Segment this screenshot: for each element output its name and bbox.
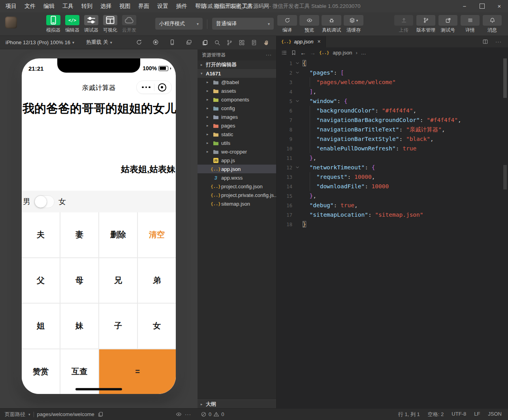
menu-item-编辑[interactable]: 编辑 <box>40 3 58 10</box>
keypad-button-子[interactable]: 子 <box>99 304 137 349</box>
close-icon[interactable]: × <box>491 0 508 12</box>
tree-item-app.wxss[interactable]: 3app.wxss <box>198 173 276 182</box>
copy-icon[interactable] <box>98 411 103 417</box>
keypad-button-姐[interactable]: 姐 <box>22 304 60 349</box>
tree-item-config[interactable]: ▸config <box>198 104 276 112</box>
menu-item-文件[interactable]: 文件 <box>21 3 40 10</box>
scrollbar-thumb[interactable] <box>503 58 507 98</box>
eol[interactable]: LF <box>474 411 480 418</box>
home-indicator[interactable] <box>75 388 122 390</box>
menu-item-工具[interactable]: 工具 <box>58 3 77 10</box>
tree-item-components[interactable]: ▸components <box>198 95 276 104</box>
fold-chevron-icon[interactable] <box>292 61 303 66</box>
more-actions-icon[interactable]: ··· <box>185 411 191 417</box>
outline-list-icon[interactable] <box>281 50 287 56</box>
mode-button-编辑器[interactable]: </>编辑器 <box>65 15 80 34</box>
eye-icon[interactable] <box>176 411 182 417</box>
maximize-icon[interactable] <box>473 0 491 12</box>
menu-item-选择[interactable]: 选择 <box>96 3 115 10</box>
search-icon[interactable] <box>214 39 220 46</box>
scrollbar-thumb[interactable] <box>503 165 507 189</box>
keypad-button-=[interactable]: = <box>99 349 176 394</box>
fold-chevron-icon[interactable] <box>292 99 303 103</box>
hand-icon[interactable] <box>263 39 269 46</box>
refresh-icon[interactable] <box>136 39 142 45</box>
hot-reload-toggle[interactable]: 热重载 关▾ <box>86 39 112 46</box>
keypad-button-妹[interactable]: 妹 <box>60 304 98 349</box>
action-button-真机调试[interactable]: 真机调试 <box>322 15 341 34</box>
keypad-button-删除[interactable]: 删除 <box>99 212 137 257</box>
tree-item-pages[interactable]: ▸pages <box>198 121 276 130</box>
back-arrow-icon[interactable]: ← <box>300 49 306 56</box>
encoding[interactable]: UTF-8 <box>452 411 466 418</box>
keypad-button-夫[interactable]: 夫 <box>22 212 60 257</box>
avatar[interactable] <box>5 17 17 28</box>
tree-item-app.js[interactable]: JSapp.js <box>198 156 276 165</box>
close-tab-icon[interactable]: × <box>317 38 320 45</box>
files-icon[interactable] <box>202 39 208 46</box>
tree-item-project.config.json[interactable]: {..}project.config.json <box>198 182 276 191</box>
keypad-button-父[interactable]: 父 <box>22 258 60 303</box>
keypad-button-妻[interactable]: 妻 <box>60 212 98 257</box>
more-actions-icon[interactable]: ··· <box>495 39 502 45</box>
source-control-icon[interactable] <box>226 39 233 46</box>
breadcrumb-file[interactable]: app.json <box>333 50 352 56</box>
mode-button-可视化[interactable]: 可视化 <box>103 15 118 34</box>
keypad-button-弟[interactable]: 弟 <box>138 258 176 303</box>
action-button-详情[interactable]: 详情 <box>461 15 480 34</box>
page-path-label[interactable]: 页面路径 <box>5 411 25 418</box>
phone-frame-icon[interactable] <box>169 39 175 45</box>
action-button-预览[interactable]: 预览 <box>299 15 319 34</box>
tree-item-app.json[interactable]: {..}app.json <box>198 165 276 173</box>
cascade-windows-icon[interactable] <box>186 39 192 45</box>
more-dots-icon[interactable] <box>142 86 151 88</box>
code-editor[interactable]: 1{2 "pages": [3 "pages/welcome/welcome"4… <box>277 58 508 409</box>
device-selector[interactable]: iPhone 12/13 (Pro) 100% 16 <box>6 39 70 45</box>
split-editor-icon[interactable] <box>482 39 488 45</box>
action-button-清缓存[interactable]: ▾清缓存 <box>344 15 363 34</box>
action-button-版本管理[interactable]: 版本管理 <box>416 15 435 34</box>
problems-indicator[interactable]: 0 0 <box>198 411 224 417</box>
close-target-icon[interactable] <box>158 83 166 92</box>
record-icon[interactable] <box>152 39 159 45</box>
keypad-button-女[interactable]: 女 <box>138 304 176 349</box>
tree-item-@babel[interactable]: ▸@babel <box>198 78 276 86</box>
tree-item-we-cropper[interactable]: ▸we-cropper <box>198 147 276 156</box>
tab-app-json[interactable]: {..} app.json × <box>277 36 326 47</box>
keypad-button-互查[interactable]: 互查 <box>60 349 98 394</box>
gender-switch[interactable] <box>34 195 55 208</box>
minimize-icon[interactable]: − <box>456 0 473 12</box>
menu-item-转到[interactable]: 转到 <box>77 3 96 10</box>
tree-item-[interactable]: ▸打开的编辑器 <box>198 60 276 69</box>
more-actions-icon[interactable]: ··· <box>266 52 272 58</box>
tree-item-utils[interactable]: ▸utils <box>198 139 276 147</box>
tree-item-sitemap.json[interactable]: {..}sitemap.json <box>198 199 276 208</box>
action-button-编译[interactable]: 编译 <box>277 15 297 34</box>
extensions-icon[interactable] <box>239 39 245 46</box>
action-button-消息[interactable]: 消息 <box>483 15 502 34</box>
language-mode[interactable]: JSON <box>488 411 502 418</box>
breadcrumb-more[interactable]: … <box>361 50 366 56</box>
cursor-position[interactable]: 行 1, 列 1 <box>398 411 420 418</box>
fold-chevron-icon[interactable] <box>292 165 303 170</box>
tree-item-images[interactable]: ▸images <box>198 112 276 121</box>
compile-select[interactable]: 普通编译 ▾ <box>212 18 274 30</box>
menu-item-设置[interactable]: 设置 <box>153 3 172 10</box>
action-button-上传[interactable]: 上传 <box>394 15 413 34</box>
indent-setting[interactable]: 空格: 2 <box>428 411 444 418</box>
menu-item-界面[interactable]: 界面 <box>134 3 153 10</box>
tree-item-static[interactable]: ▸static <box>198 130 276 139</box>
menu-item-项目[interactable]: 项目 <box>2 3 21 10</box>
keypad-button-母[interactable]: 母 <box>60 258 98 303</box>
keypad-button-赞赏[interactable]: 赞赏 <box>22 349 60 394</box>
action-button-测试号[interactable]: 测试号 <box>438 15 457 34</box>
fold-chevron-icon[interactable] <box>292 70 303 75</box>
mode-button-调试器[interactable]: 调试器 <box>84 15 99 34</box>
keypad-button-兄[interactable]: 兄 <box>99 258 137 303</box>
menu-item-视图[interactable]: 视图 <box>115 3 134 10</box>
snippets-icon[interactable] <box>251 39 257 46</box>
mode-select[interactable]: 小程序模式 ▾ <box>155 18 203 30</box>
tree-item-assets[interactable]: ▸assets <box>198 86 276 95</box>
keypad-button-清空[interactable]: 清空 <box>138 212 176 257</box>
mode-button-云开发[interactable]: 云开发 <box>122 15 137 34</box>
